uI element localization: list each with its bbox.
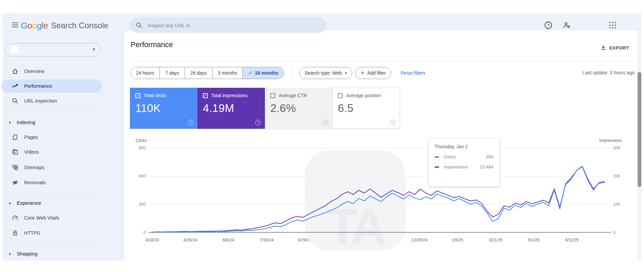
scrollbar-thumb[interactable] — [638, 72, 641, 187]
caret-down-icon: ▾ — [9, 251, 11, 257]
x-axis-label: 7/19/24 — [251, 238, 282, 242]
hamburger-menu-icon[interactable] — [9, 19, 21, 31]
impressions-legend-dash — [434, 166, 439, 168]
url-inspection-searchbox[interactable] — [130, 17, 326, 33]
sidebar-divider — [7, 244, 97, 244]
clicks-line — [152, 167, 605, 232]
chart-plot-area[interactable] — [149, 148, 611, 233]
caret-down-icon: ▾ — [345, 71, 347, 75]
check-icon: ✓ — [248, 70, 252, 76]
metric-value: 110K — [135, 102, 192, 115]
logo-letter: G — [21, 21, 28, 31]
metric-card-average-position[interactable]: Average position 6.5 ? — [332, 88, 400, 129]
x-axis-label: 3/21/25 — [480, 238, 511, 242]
x-axis-label: 3/18/24 — [137, 238, 167, 242]
sidebar-section-shopping[interactable]: ▾ Shopping — [3, 248, 101, 260]
main-panel: Performance EXPORT 24 hours 7 days 28 da… — [124, 30, 641, 261]
sidebar-item-removals[interactable]: Removals — [3, 177, 101, 189]
y-axis-tick: 300 — [129, 202, 146, 207]
caret-down-icon: ▾ — [9, 120, 11, 125]
date-range-7-days[interactable]: 7 days — [159, 67, 184, 79]
sidebar-item-sitemaps[interactable]: Sitemaps — [3, 161, 101, 173]
checkbox-checked-icon[interactable]: ✓ — [203, 93, 208, 98]
sidebar-item-https[interactable]: HTTPS — [3, 227, 101, 239]
sidebar-item-pages[interactable]: Pages — [3, 131, 101, 143]
property-favicon — [10, 45, 19, 54]
checkbox-unchecked-icon[interactable] — [338, 93, 343, 98]
lock-icon — [12, 230, 18, 236]
caret-down-icon: ▾ — [9, 201, 11, 206]
user-settings-icon[interactable] — [562, 21, 572, 31]
y-axis-tick: 0 — [613, 230, 629, 235]
reset-filters-link[interactable]: Reset filters — [399, 70, 427, 76]
filter-bar: 24 hours 7 days 28 days 3 months ✓16 mon… — [130, 67, 427, 79]
tooltip-row-clicks: Clicks 350 — [434, 154, 494, 159]
help-circle-icon[interactable]: ? — [323, 120, 328, 125]
x-axis-label: 2/8/25 — [442, 238, 472, 242]
speedometer-icon — [12, 215, 18, 221]
sidebar-section-indexing[interactable]: ▾ Indexing — [3, 116, 101, 128]
help-icon[interactable]: ? — [543, 21, 553, 31]
sidebar-divider — [7, 112, 97, 112]
logo-letter: e — [43, 21, 48, 31]
google-search-console-app: Google Search Console ? ▾ — [0, 0, 644, 272]
header-divider — [130, 61, 635, 61]
date-range-28-days[interactable]: 28 days — [185, 67, 212, 79]
google-logo: Google — [21, 21, 48, 31]
metric-value: 6.5 — [338, 102, 395, 115]
logo-letter: g — [37, 21, 42, 31]
help-circle-icon[interactable]: ? — [188, 120, 193, 125]
sidebar-item-core-web-vitals[interactable]: Core Web Vitals — [3, 212, 101, 224]
home-icon — [12, 68, 18, 75]
y-axis-tick: 30K — [613, 145, 629, 151]
page-title: Performance — [131, 40, 173, 49]
add-filter-chip[interactable]: + Add filter — [355, 67, 391, 79]
sidebar-item-url-inspection[interactable]: URL inspection — [3, 95, 101, 107]
search-icon — [12, 98, 18, 104]
metric-card-total-impressions[interactable]: ✓Total impressions 4.19M ? — [197, 88, 265, 129]
left-axis-title: Clicks — [136, 138, 147, 143]
property-selector[interactable]: ▾ — [4, 43, 101, 56]
x-axis-label: 4/28/24 — [175, 238, 205, 242]
metric-cards: ✓Total clicks 110K ? ✓Total impressions … — [130, 88, 400, 129]
x-axis-label: 6/11/25 — [557, 238, 587, 242]
help-circle-icon[interactable]: ? — [390, 120, 396, 125]
pages-icon — [12, 134, 18, 141]
tooltip-date: Thursday, Jan 2 — [434, 144, 494, 149]
x-axis-label: 6/8/24 — [213, 238, 243, 242]
videos-icon — [12, 149, 18, 155]
performance-chart[interactable]: Clicks Impressions TA 0300600900 010K20K… — [124, 136, 641, 253]
sidebar-item-overview[interactable]: Overview — [3, 65, 101, 77]
eye-off-icon — [12, 179, 18, 186]
chart-tooltip: Thursday, Jan 2 Clicks 350 Impressions 1… — [428, 139, 500, 187]
search-type-chip[interactable]: Search type: Web ▾ — [299, 67, 352, 79]
export-button[interactable]: EXPORT — [598, 44, 631, 51]
date-range-3-months[interactable]: 3 months — [212, 67, 243, 79]
filter-separator — [291, 69, 292, 77]
sidebar-section-experience[interactable]: ▾ Experience — [3, 197, 101, 209]
sidebar-item-performance[interactable]: Performance — [3, 80, 101, 92]
search-input[interactable] — [147, 22, 320, 29]
y-axis-tick: 600 — [129, 173, 146, 179]
tooltip-row-impressions: Impressions 15,464 — [434, 164, 494, 169]
sitemaps-icon — [12, 164, 18, 171]
impressions-line — [152, 166, 605, 232]
sidebar-item-videos[interactable]: Videos — [3, 146, 101, 158]
sidebar-nav: ▾ Overview Performance URL inspection ▾ … — [3, 38, 103, 261]
metric-card-total-clicks[interactable]: ✓Total clicks 110K ? — [130, 88, 197, 129]
checkbox-unchecked-icon[interactable] — [270, 93, 275, 98]
metric-card-average-ctr[interactable]: Average CTR 2.6% ? — [265, 88, 332, 129]
date-range-16-months[interactable]: ✓16 months — [242, 67, 284, 79]
app-logo[interactable]: Google Search Console — [21, 20, 108, 32]
x-axis-label: 12/29/24 — [404, 238, 434, 242]
sidebar-divider — [7, 194, 97, 194]
help-circle-icon[interactable]: ? — [255, 120, 261, 125]
last-update-text: Last update: 3 hours ago — [583, 70, 635, 75]
x-axis-label: 5/1/25 — [519, 238, 549, 242]
y-axis-tick: 900 — [129, 145, 146, 151]
google-apps-grid-icon[interactable] — [608, 21, 618, 31]
y-axis-tick: 10K — [613, 202, 629, 207]
checkbox-checked-icon[interactable]: ✓ — [135, 93, 140, 98]
date-range-24-hours[interactable]: 24 hours — [131, 67, 159, 79]
chart-lines — [149, 148, 611, 233]
